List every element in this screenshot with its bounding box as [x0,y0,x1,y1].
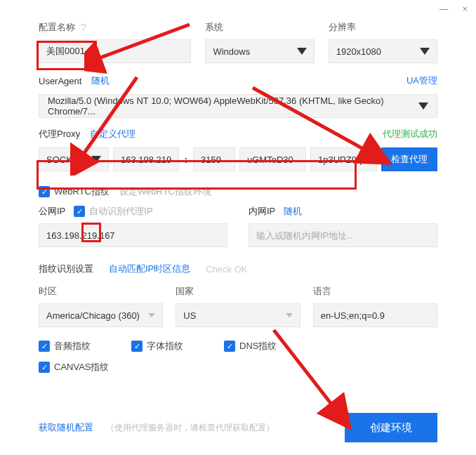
proxy-port-input[interactable] [193,147,235,171]
chevron-down-icon [286,313,293,317]
chevron-down-icon [418,103,428,110]
auto-tz-link[interactable]: 自动匹配IP时区信息 [109,263,190,275]
proxy-status: 代理测试成功 [383,128,437,140]
public-ip-input[interactable] [39,223,227,247]
country-label: 国家 [176,285,300,298]
chevron-down-icon [148,313,155,317]
footer-hint: （使用代理服务器时，请检查代理获取配置） [106,422,275,434]
close-icon[interactable]: × [462,4,468,14]
check-ok-text: Check OK [206,264,247,275]
proxy-custom-link[interactable]: 自定义代理 [90,128,135,140]
resolution-label: 分辨率 [329,21,437,34]
create-env-button[interactable]: 创建环境 [345,413,437,442]
font-fp-checkbox[interactable]: 字体指纹 [131,340,183,352]
auto-detect-checkbox[interactable]: 自动识别代理IP [74,205,152,218]
proxy-type-select[interactable]: SOCKS5 [39,147,109,171]
resolution-select[interactable]: 1920x1080 [329,39,437,63]
useragent-select[interactable]: Mozilla/5.0 (Windows NT 10.0; WOW64) App… [39,94,437,118]
check-icon [224,341,235,352]
public-ip-label: 公网IP [39,205,65,218]
language-label: 语言 [313,285,437,298]
config-name-input[interactable] [39,39,191,63]
chevron-down-icon [91,156,101,163]
timezone-select[interactable]: America/Chicago (360) [39,303,163,327]
timezone-label: 时区 [39,285,163,298]
ua-random-link[interactable]: 随机 [91,74,110,87]
check-icon [131,341,143,352]
country-select[interactable]: US [176,303,300,327]
config-name-field[interactable] [46,40,183,62]
proxy-colon: : [183,147,189,171]
minimize-icon[interactable]: — [439,4,448,14]
chevron-down-icon [420,48,430,55]
proxy-pass-input[interactable] [310,147,377,171]
random-config-link[interactable]: 获取随机配置 [39,421,93,434]
dns-fp-checkbox[interactable]: DNS指纹 [224,340,277,352]
fingerprint-header: 指纹识别设置 [39,263,93,275]
check-icon [39,186,50,197]
lan-ip-label: 内网IP [249,205,275,218]
webrtc-checkbox[interactable]: WebRTC指纹 [39,185,110,198]
audio-fp-checkbox[interactable]: 音频指纹 [39,340,91,352]
lan-ip-input[interactable] [249,223,437,247]
system-label: 系统 [205,21,314,34]
check-icon [39,341,50,352]
webrtc-hint: 设定WebRTC指纹环境 [119,185,211,198]
ua-manage-link[interactable]: UA管理 [406,74,437,87]
useragent-label: UserAgent [39,76,81,86]
proxy-user-input[interactable] [239,147,306,171]
check-proxy-button[interactable]: 检查代理 [381,147,437,171]
language-input[interactable] [313,303,437,327]
lan-ip-random-link[interactable]: 随机 [284,205,302,218]
check-icon [74,206,85,217]
canvas-fp-checkbox[interactable]: CANVAS指纹 [39,361,110,374]
help-icon[interactable]: ? [81,22,86,33]
check-icon [39,362,50,373]
config-name-label: 配置名称 ? [39,21,191,34]
proxy-label: 代理Proxy [39,128,80,140]
proxy-host-input[interactable] [113,147,179,171]
system-select[interactable]: Windows [205,39,314,63]
chevron-down-icon [297,48,307,55]
